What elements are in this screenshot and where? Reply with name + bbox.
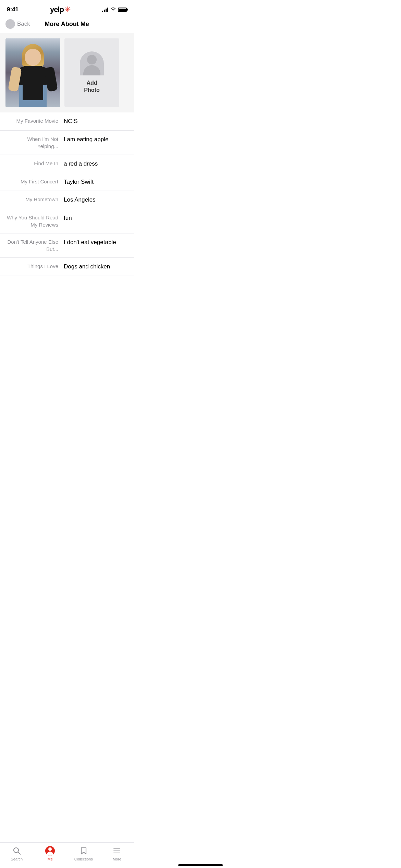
row-label-1: When I'm Not Yelping...: [5, 135, 64, 150]
wifi-icon: [110, 7, 116, 12]
row-label-5: Why You Should Read My Reviews: [5, 214, 64, 228]
add-photo-label: AddPhoto: [84, 80, 99, 94]
row-value-0: NCIS: [64, 117, 128, 125]
status-bar: 9:41 yelp ✳: [0, 0, 134, 16]
nav-bar: Back More About Me: [0, 16, 134, 33]
yelp-burst-icon: ✳: [64, 5, 71, 14]
add-photo-avatar-icon: [80, 51, 104, 75]
back-label: Back: [17, 21, 30, 27]
row-label-0: My Favorite Movie: [5, 117, 64, 124]
page-title: More About Me: [45, 21, 89, 28]
row-value-1: I am eating apple: [64, 135, 128, 144]
row-label-6: Don't Tell Anyone Else But...: [5, 238, 64, 253]
info-row-5[interactable]: Why You Should Read My Reviewsfun: [0, 209, 134, 233]
back-button[interactable]: Back: [5, 19, 30, 29]
row-value-7: Dogs and chicken: [64, 263, 128, 271]
row-label-3: My First Concert: [5, 178, 64, 185]
battery-icon: [118, 8, 127, 12]
back-avatar: [5, 19, 15, 29]
row-label-4: My Hometown: [5, 196, 64, 203]
photo-section: AddPhoto: [0, 33, 134, 112]
row-value-3: Taylor Swift: [64, 178, 128, 186]
row-value-5: fun: [64, 214, 128, 222]
row-label-7: Things I Love: [5, 263, 64, 270]
signal-bars-icon: [102, 7, 108, 12]
add-photo-button[interactable]: AddPhoto: [64, 38, 119, 107]
row-label-2: Find Me In: [5, 160, 64, 167]
info-row-7[interactable]: Things I LoveDogs and chicken: [0, 258, 134, 276]
info-row-3[interactable]: My First ConcertTaylor Swift: [0, 173, 134, 191]
status-time: 9:41: [7, 6, 19, 13]
profile-photo-image: [5, 38, 60, 107]
row-value-4: Los Angeles: [64, 196, 128, 204]
info-rows: My Favorite MovieNCISWhen I'm Not Yelpin…: [0, 112, 134, 276]
status-center: yelp ✳: [50, 5, 71, 14]
profile-photo: [5, 38, 60, 107]
info-row-6[interactable]: Don't Tell Anyone Else But...I don't eat…: [0, 233, 134, 258]
info-row-1[interactable]: When I'm Not Yelping...I am eating apple: [0, 131, 134, 155]
info-row-2[interactable]: Find Me Ina red a dress: [0, 155, 134, 173]
info-row-4[interactable]: My HometownLos Angeles: [0, 191, 134, 209]
info-row-0[interactable]: My Favorite MovieNCIS: [0, 112, 134, 131]
status-icons: [102, 7, 127, 12]
row-value-2: a red a dress: [64, 160, 128, 168]
yelp-logo: yelp: [50, 5, 64, 14]
row-value-6: I don't eat vegetable: [64, 238, 128, 246]
